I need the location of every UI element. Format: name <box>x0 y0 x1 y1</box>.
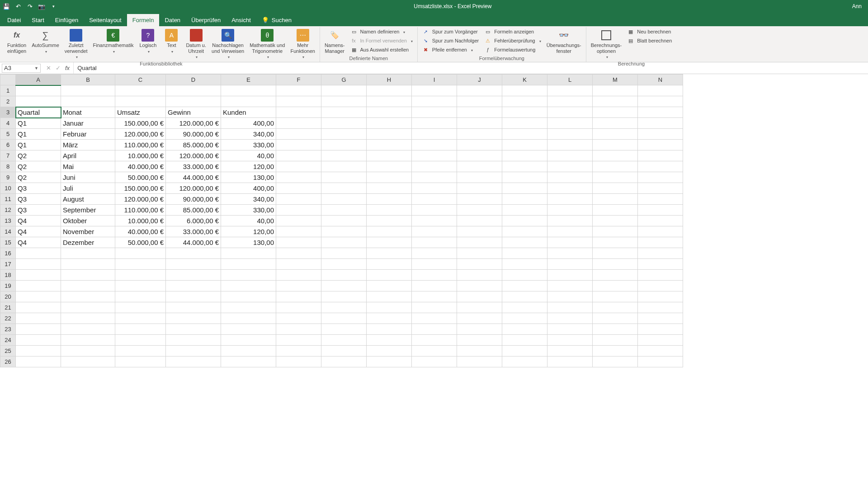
cell-E20[interactable] <box>221 291 276 302</box>
cell-J6[interactable] <box>457 140 502 150</box>
cell-B15[interactable]: Dezember <box>61 237 115 248</box>
cell-E25[interactable] <box>221 346 276 357</box>
cell-F17[interactable] <box>276 259 321 270</box>
cell-B24[interactable] <box>61 335 115 346</box>
row-header-13[interactable]: 13 <box>0 216 16 226</box>
cell-N25[interactable] <box>638 346 683 357</box>
cell-C14[interactable]: 40.000,00 € <box>115 226 166 237</box>
cell-N16[interactable] <box>638 248 683 259</box>
cell-L4[interactable] <box>547 118 593 129</box>
col-header-C[interactable]: C <box>115 75 166 85</box>
cell-J25[interactable] <box>457 346 502 357</box>
trace-dependents-button[interactable]: ➘Spur zum Nachfolger <box>420 37 481 45</box>
cell-C19[interactable] <box>115 281 166 291</box>
cell-D3[interactable]: Gewinn <box>166 107 221 118</box>
cell-J12[interactable] <box>457 205 502 216</box>
cell-A4[interactable]: Q1 <box>16 118 61 129</box>
tab-formulas[interactable]: Formeln <box>127 14 160 26</box>
cell-B2[interactable] <box>61 96 115 107</box>
cell-H7[interactable] <box>367 150 412 161</box>
cell-H10[interactable] <box>367 183 412 194</box>
cell-E4[interactable]: 400,00 <box>221 118 276 129</box>
cell-G17[interactable] <box>321 259 367 270</box>
cell-L15[interactable] <box>547 237 593 248</box>
cell-H8[interactable] <box>367 161 412 172</box>
cell-N9[interactable] <box>638 172 683 183</box>
cell-M6[interactable] <box>593 140 638 150</box>
cell-C7[interactable]: 10.000,00 € <box>115 150 166 161</box>
cell-F13[interactable] <box>276 216 321 226</box>
row-header-8[interactable]: 8 <box>0 161 16 172</box>
cell-K26[interactable] <box>502 357 547 367</box>
cell-F10[interactable] <box>276 183 321 194</box>
row-header-25[interactable]: 25 <box>0 346 16 357</box>
cell-B3[interactable]: Monat <box>61 107 115 118</box>
undo-icon[interactable]: ↶ <box>14 3 22 10</box>
row-header-4[interactable]: 4 <box>0 118 16 129</box>
cell-F23[interactable] <box>276 324 321 335</box>
cell-G2[interactable] <box>321 96 367 107</box>
cell-H2[interactable] <box>367 96 412 107</box>
cell-K9[interactable] <box>502 172 547 183</box>
cell-C12[interactable]: 110.000,00 € <box>115 205 166 216</box>
cell-A26[interactable] <box>16 357 61 367</box>
cell-K7[interactable] <box>502 150 547 161</box>
cell-I21[interactable] <box>412 302 457 313</box>
cell-K10[interactable] <box>502 183 547 194</box>
cell-D12[interactable]: 85.000,00 € <box>166 205 221 216</box>
row-header-20[interactable]: 20 <box>0 291 16 302</box>
cell-L18[interactable] <box>547 270 593 281</box>
cell-C2[interactable] <box>115 96 166 107</box>
cell-C18[interactable] <box>115 270 166 281</box>
tell-me-search[interactable]: 💡 Suchen <box>256 14 297 26</box>
cell-B11[interactable]: August <box>61 194 115 205</box>
camera-icon[interactable]: 📷 <box>38 3 45 10</box>
row-header-9[interactable]: 9 <box>0 172 16 183</box>
cell-I19[interactable] <box>412 281 457 291</box>
cell-F11[interactable] <box>276 194 321 205</box>
cell-M9[interactable] <box>593 172 638 183</box>
cell-K2[interactable] <box>502 96 547 107</box>
cell-C3[interactable]: Umsatz <box>115 107 166 118</box>
cell-D15[interactable]: 44.000,00 € <box>166 237 221 248</box>
cell-A6[interactable]: Q1 <box>16 140 61 150</box>
cell-B26[interactable] <box>61 357 115 367</box>
create-from-selection-button[interactable]: ▦Aus Auswahl erstellen <box>349 46 415 54</box>
cell-N7[interactable] <box>638 150 683 161</box>
cell-J2[interactable] <box>457 96 502 107</box>
cell-H3[interactable] <box>367 107 412 118</box>
tab-insert[interactable]: Einfügen <box>50 14 84 26</box>
cell-G1[interactable] <box>321 85 367 96</box>
row-header-14[interactable]: 14 <box>0 226 16 237</box>
cell-H13[interactable] <box>367 216 412 226</box>
cell-B16[interactable] <box>61 248 115 259</box>
cell-M12[interactable] <box>593 205 638 216</box>
cell-M21[interactable] <box>593 302 638 313</box>
cell-D8[interactable]: 33.000,00 € <box>166 161 221 172</box>
cell-F4[interactable] <box>276 118 321 129</box>
name-box-dropdown-icon[interactable]: ▼ <box>34 66 38 70</box>
cell-A22[interactable] <box>16 313 61 324</box>
col-header-B[interactable]: B <box>61 75 115 85</box>
cell-F9[interactable] <box>276 172 321 183</box>
cell-G4[interactable] <box>321 118 367 129</box>
cell-J20[interactable] <box>457 291 502 302</box>
cell-L3[interactable] <box>547 107 593 118</box>
watch-window-button[interactable]: 👓 Überwachungs- fenster <box>545 28 583 55</box>
cell-K5[interactable] <box>502 129 547 140</box>
cell-I5[interactable] <box>412 129 457 140</box>
row-header-11[interactable]: 11 <box>0 194 16 205</box>
cell-N4[interactable] <box>638 118 683 129</box>
tab-data[interactable]: Daten <box>159 14 186 26</box>
cell-A12[interactable]: Q3 <box>16 205 61 216</box>
cell-D18[interactable] <box>166 270 221 281</box>
cell-F26[interactable] <box>276 357 321 367</box>
cell-G10[interactable] <box>321 183 367 194</box>
cell-C15[interactable]: 50.000,00 € <box>115 237 166 248</box>
cell-L25[interactable] <box>547 346 593 357</box>
cell-I9[interactable] <box>412 172 457 183</box>
cell-C13[interactable]: 10.000,00 € <box>115 216 166 226</box>
cell-A9[interactable]: Q2 <box>16 172 61 183</box>
cell-H22[interactable] <box>367 313 412 324</box>
cell-M15[interactable] <box>593 237 638 248</box>
